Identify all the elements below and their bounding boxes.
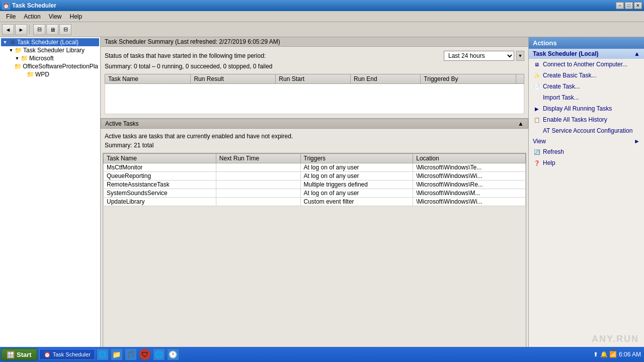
action-section-label: Task Scheduler (Local) [533, 50, 598, 57]
menu-file[interactable]: File [2, 12, 20, 21]
action-view[interactable]: View ► [529, 136, 644, 146]
cell-next-run [216, 198, 300, 206]
maximize-button[interactable]: □ [625, 2, 633, 9]
cell-triggers: At log on of any user [300, 163, 413, 172]
sidebar-item-wpd[interactable]: 📁 WPD [1, 70, 99, 78]
table-row[interactable]: QueueReporting At log on of any user \Mi… [104, 172, 526, 180]
connect-icon: 🖥 [533, 60, 541, 68]
minimize-button[interactable]: − [616, 2, 624, 9]
browser2-button[interactable]: 🌐 [153, 349, 165, 360]
action-connect-label: Connect to Another Computer... [543, 61, 627, 68]
menu-bar: File Action View Help [0, 11, 644, 22]
table-row[interactable]: UpdateLibrary Custom event filter \Micro… [104, 198, 526, 206]
view-submenu: View ► [533, 138, 640, 145]
folder-icon: 📁 [20, 55, 28, 62]
sidebar-item-library[interactable]: ▼ 📁 Task Scheduler Library [1, 46, 99, 54]
taskbar-item-taskscheduler[interactable]: ⏰ Task Scheduler [39, 349, 95, 360]
create-task-icon: 📄 [533, 82, 541, 90]
close-button[interactable]: ✕ [634, 2, 642, 9]
action-connect-computer[interactable]: 🖥 Connect to Another Computer... [529, 59, 644, 70]
cell-next-run [216, 180, 300, 189]
action-create-basic[interactable]: ✨ Create Basic Task... [529, 70, 644, 81]
taskbar: 🪟 Start ⏰ Task Scheduler 🌐 📁 🎵 🛡 🌐 🕐 ⬆ 🔔… [0, 347, 644, 362]
start-orb: 🪟 [7, 351, 15, 358]
action-import-label: Import Task... [543, 94, 579, 101]
up-button[interactable]: ⊟ [33, 24, 45, 35]
folder-button[interactable]: 📁 [111, 349, 122, 360]
time-filter-select[interactable]: Last 24 hours Last hour Last 7 days Last… [444, 51, 514, 61]
cell-task-name: SystemSoundsService [104, 189, 216, 198]
status-text: Status of tasks that have started in the… [105, 52, 266, 59]
summary-panel-header: Task Scheduler Summary (Last refreshed: … [105, 38, 280, 45]
col-task-name: Task Name [104, 154, 216, 163]
help-icon: ❓ [533, 159, 541, 167]
col-scroll [516, 74, 524, 84]
security-button[interactable]: 🛡 [139, 349, 150, 360]
action-at-service[interactable]: AT Service Account Configuration [529, 125, 644, 136]
menu-view[interactable]: View [45, 12, 66, 21]
forward-button[interactable]: ► [15, 24, 27, 35]
menu-action[interactable]: Action [20, 12, 44, 21]
col-triggers: Triggers [300, 154, 413, 163]
col-location: Location [413, 154, 526, 163]
window-controls: − □ ✕ [616, 2, 642, 9]
expand-icon: ▼ [14, 56, 20, 61]
col-next-run: Next Run Time [216, 154, 300, 163]
sidebar-label-microsoft: Microsoft [29, 55, 54, 62]
cell-location: \Microsoft\Windows\Te... [413, 163, 526, 172]
cell-location: \Microsoft\Windows\Re... [413, 180, 526, 189]
cell-location: \Microsoft\Windows\M... [413, 189, 526, 198]
action-create-task[interactable]: 📄 Create Task... [529, 81, 644, 92]
ie-button[interactable]: 🌐 [97, 349, 108, 360]
back-button[interactable]: ◄ [2, 24, 14, 35]
sidebar-item-microsoft[interactable]: ▼ 📁 Microsoft [1, 54, 99, 62]
import-icon [533, 94, 541, 102]
action-enable-history[interactable]: 📋 Enable All Tasks History [529, 114, 644, 125]
time-dropdown-btn[interactable]: ▼ [516, 51, 524, 61]
hide-show-action[interactable]: ⊟ [59, 24, 71, 35]
sidebar-item-local[interactable]: ▼ 🖥 Task Scheduler (Local) [1, 38, 99, 46]
summary-text: Summary: 0 total – 0 running, 0 succeede… [105, 63, 524, 70]
action-help[interactable]: ❓ Help [529, 157, 644, 168]
start-button[interactable]: 🪟 Start [1, 348, 37, 360]
window-title: Task Scheduler [12, 2, 616, 9]
computer-icon: 🖥 [8, 39, 16, 46]
show-hide-console[interactable]: 🖥 [46, 24, 58, 35]
toolbar-separator [29, 25, 31, 35]
actions-header: Actions [529, 37, 644, 49]
action-refresh[interactable]: 🔄 Refresh [529, 146, 644, 157]
table-row[interactable]: MsCtfMonitor At log on of any user \Micr… [104, 163, 526, 172]
taskbar-clock: 6:06 AM [619, 351, 641, 358]
folder-icon: 📁 [26, 71, 34, 78]
actions-panel: Actions Task Scheduler (Local) ▲ 🖥 Conne… [528, 37, 644, 348]
clock-button[interactable]: 🕐 [168, 349, 179, 360]
quick-launch: 🌐 📁 🎵 🛡 🌐 🕐 [97, 349, 179, 360]
cell-task-name: UpdateLibrary [104, 198, 216, 206]
active-summary-text: Summary: 21 total [105, 142, 524, 149]
sidebar-item-officespp[interactable]: 📁 OfficeSoftwareProtectionPla [1, 62, 99, 70]
col-run-end: Run End [351, 74, 421, 84]
folder-icon: 📁 [14, 47, 22, 54]
sidebar-label-wpd: WPD [35, 71, 49, 78]
expand-icon: ▼ [2, 40, 8, 45]
cell-triggers: At log on of any user [300, 189, 413, 198]
table-row[interactable]: SystemSoundsService At log on of any use… [104, 189, 526, 198]
cell-next-run [216, 189, 300, 198]
media-button[interactable]: 🎵 [125, 349, 136, 360]
action-help-label: Help [543, 159, 555, 166]
action-section-collapse[interactable]: ▲ [634, 50, 640, 57]
table-row[interactable]: RemoteAssistanceTask Multiple triggers d… [104, 180, 526, 189]
watermark: ANY.RUN [592, 334, 639, 344]
collapse-icon[interactable]: ▲ [518, 120, 524, 127]
sidebar-label-library: Task Scheduler Library [23, 47, 85, 54]
taskbar-item-label: Task Scheduler [53, 351, 91, 357]
menu-help[interactable]: Help [66, 12, 87, 21]
start-label: Start [17, 351, 32, 358]
action-import-task[interactable]: Import Task... [529, 92, 644, 103]
action-enable-history-label: Enable All Tasks History [543, 116, 607, 123]
active-tasks-table-container[interactable]: Task Name Next Run Time Triggers Locatio… [103, 153, 526, 348]
action-display-running[interactable]: ▶ Display All Running Tasks [529, 103, 644, 114]
col-triggered-by: Triggered By [421, 74, 516, 84]
cell-task-name: RemoteAssistanceTask [104, 180, 216, 189]
col-run-start: Run Start [276, 74, 351, 84]
